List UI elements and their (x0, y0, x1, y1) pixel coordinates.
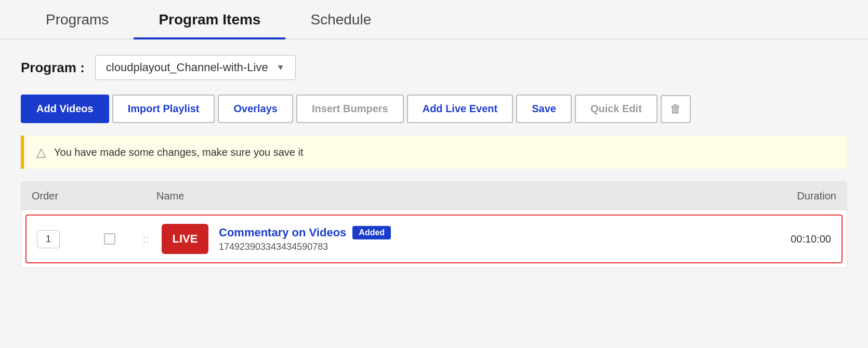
order-number: 1 (37, 230, 60, 248)
main-content: Program : cloudplayout_Channel-with-Live… (0, 39, 868, 268)
program-select-value: cloudplayout_Channel-with-Live (106, 61, 268, 74)
program-select[interactable]: cloudplayout_Channel-with-Live ▼ (95, 55, 296, 80)
drag-handle[interactable]: :: (130, 233, 162, 245)
add-videos-button[interactable]: Add Videos (21, 95, 109, 123)
delete-button[interactable]: 🗑 (661, 95, 691, 123)
chevron-down-icon: ▼ (277, 63, 285, 72)
order-cell: 1 (37, 230, 89, 248)
insert-bumpers-button[interactable]: Insert Bumpers (296, 95, 404, 123)
col-header-name: Name (156, 190, 732, 202)
tab-programs[interactable]: Programs (21, 0, 134, 39)
added-badge: Added (352, 226, 391, 239)
program-label: Program : (21, 60, 85, 76)
col-header-checkbox (84, 190, 125, 202)
col-header-drag (125, 190, 156, 202)
item-id: 174923903343434590783 (219, 242, 391, 252)
import-playlist-button[interactable]: Import Playlist (112, 95, 215, 123)
overlays-button[interactable]: Overlays (218, 95, 293, 123)
item-title[interactable]: Commentary on Videos (219, 226, 346, 239)
col-header-duration: Duration (732, 190, 836, 202)
table-header: Order Name Duration (21, 182, 847, 210)
name-cell: LIVE Commentary on Videos Added 17492390… (162, 224, 727, 254)
checkbox-cell[interactable] (89, 233, 130, 245)
toolbar: Add Videos Import Playlist Overlays Inse… (21, 95, 847, 123)
name-details: Commentary on Videos Added 1749239033434… (219, 226, 391, 252)
program-row: Program : cloudplayout_Channel-with-Live… (21, 55, 847, 80)
table-container: Order Name Duration 1 :: LIVE Commentary… (21, 181, 847, 268)
col-header-order: Order (32, 190, 84, 202)
tab-program-items[interactable]: Program Items (134, 0, 285, 39)
quick-edit-button[interactable]: Quick Edit (575, 95, 657, 123)
live-badge: LIVE (162, 224, 208, 254)
warning-text: You have made some changes, make sure yo… (54, 146, 304, 158)
trash-icon: 🗑 (670, 102, 681, 116)
warning-banner: △ You have made some changes, make sure … (21, 136, 847, 169)
name-title-row: Commentary on Videos Added (219, 226, 391, 239)
table-row: 1 :: LIVE Commentary on Videos Added 174… (25, 215, 843, 263)
tab-schedule[interactable]: Schedule (285, 0, 396, 39)
row-checkbox[interactable] (104, 233, 115, 245)
duration-cell: 00:10:00 (727, 233, 831, 245)
add-live-event-button[interactable]: Add Live Event (407, 95, 513, 123)
save-button[interactable]: Save (516, 95, 572, 123)
tabs-bar: Programs Program Items Schedule (0, 0, 868, 39)
warning-icon: △ (36, 145, 46, 159)
